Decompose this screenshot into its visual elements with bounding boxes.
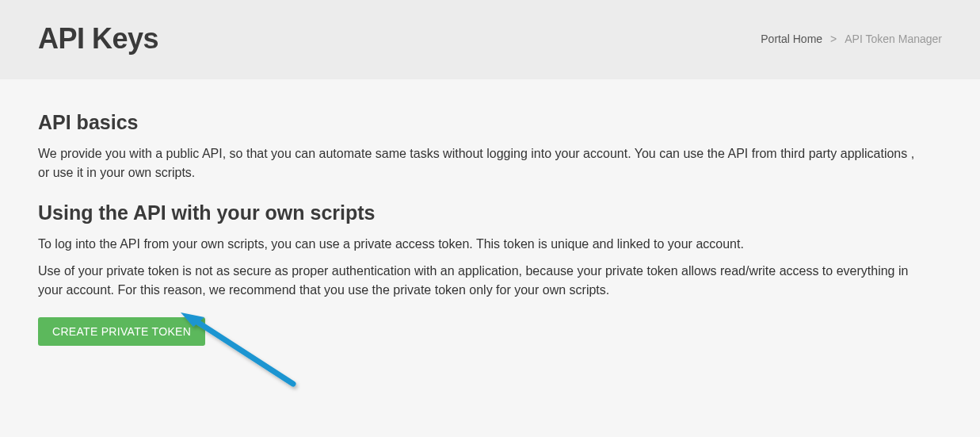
page-title: API Keys [38,22,158,56]
api-basics-paragraph: We provide you with a public API, so tha… [38,144,925,182]
content-area: API basics We provide you with a public … [0,79,980,378]
breadcrumb-separator: > [830,33,837,45]
create-private-token-button[interactable]: CREATE PRIVATE TOKEN [38,317,205,346]
using-api-paragraph-2: Use of your private token is not as secu… [38,262,925,300]
breadcrumb: Portal Home > API Token Manager [761,33,942,45]
breadcrumb-home-link[interactable]: Portal Home [761,33,822,45]
breadcrumb-current: API Token Manager [845,33,942,45]
page-header: API Keys Portal Home > API Token Manager [0,0,980,79]
api-basics-heading: API basics [38,111,942,134]
using-api-paragraph-1: To log into the API from your own script… [38,235,925,254]
using-api-heading: Using the API with your own scripts [38,201,942,224]
